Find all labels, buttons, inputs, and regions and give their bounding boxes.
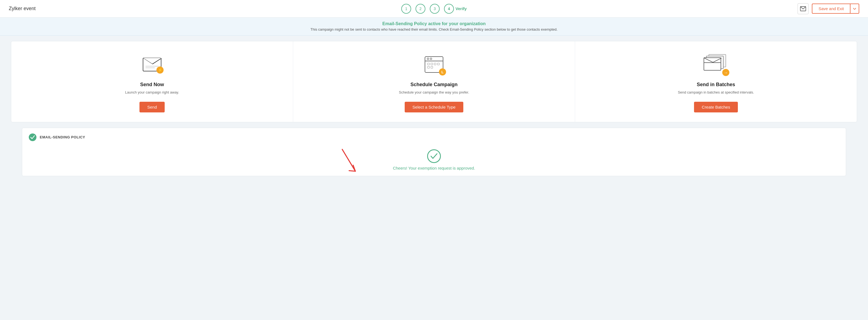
header: Zylker event 1 2 3 4 Verify Save and Exi… [0,0,868,17]
envelope-flap-svg [704,58,722,63]
header-actions: Save and Exit [798,3,859,14]
cards-section: ⚡ Send Now Launch your campaign right aw… [0,36,868,128]
chevron-down-icon [853,8,856,9]
send-now-button[interactable]: Send [140,102,164,112]
policy-section: EMAIL-SENDING POLICY Cheers [22,128,846,176]
batches-title: Send in Batches [697,82,735,87]
arrow-badge-icon: → [722,69,730,76]
save-exit-group: Save and Exit [812,4,859,14]
step-4-verify[interactable]: 4 Verify [444,4,467,14]
create-batches-button[interactable]: Create Batches [694,102,738,112]
schedule-icon-wrap: L [422,52,446,77]
schedule-campaign-card: L Schedule Campaign Schedule your campai… [293,41,575,122]
envelope-flash-icon: ⚡ [143,58,161,71]
approval-check-icon [427,149,441,163]
arrow-container [337,147,362,178]
save-exit-button[interactable]: Save and Exit [812,4,850,14]
policy-content: Cheers! Your exemption request is approv… [29,149,839,170]
step-4-number: 4 [444,4,454,14]
select-schedule-type-button[interactable]: Select a Schedule Type [405,102,463,112]
page-title: Zylker event [9,6,36,11]
envelopes-stack-icon: → [704,54,728,75]
send-batches-card: → Send in Batches Send campaign in batch… [575,41,857,122]
step-2[interactable]: 2 [416,4,426,14]
step-verify-label: Verify [456,6,467,11]
policy-section-header: EMAIL-SENDING POLICY [29,134,839,141]
policy-section-title: EMAIL-SENDING POLICY [40,135,85,139]
save-exit-dropdown-button[interactable] [850,4,859,14]
envelope-preview-icon [800,6,806,11]
approval-text: Cheers! Your exemption request is approv… [393,166,475,170]
calendar-clock-icon: L [425,56,443,73]
policy-section-wrapper: EMAIL-SENDING POLICY Cheers [0,128,868,176]
batches-icon-wrap: → [702,52,730,77]
policy-banner-title: Email-Sending Policy active for your org… [5,21,863,26]
stepper: 1 2 3 4 Verify [401,4,467,14]
step-3[interactable]: 3 [430,4,440,14]
step-1[interactable]: 1 [401,4,411,14]
page-wrapper: Email-Sending Policy active for your org… [0,17,868,320]
approval-checkmark-icon [430,153,438,159]
policy-banner: Email-Sending Policy active for your org… [0,17,868,36]
send-now-card: ⚡ Send Now Launch your campaign right aw… [11,41,293,122]
preview-icon-button[interactable] [798,3,809,14]
policy-check-icon [29,134,36,141]
batches-description: Send campaign in batches at specified in… [678,90,754,95]
policy-banner-text: This campaign might not be sent to conta… [5,27,863,31]
send-now-title: Send Now [140,82,164,87]
schedule-title: Schedule Campaign [410,82,458,87]
svg-line-1 [342,149,355,171]
approval-content: Cheers! Your exemption request is approv… [393,149,475,170]
send-now-icon-wrap: ⚡ [140,52,164,77]
send-now-description: Launch your campaign right away. [125,90,179,95]
schedule-description: Schedule your campaign the way you prefe… [399,90,469,95]
clock-badge-icon: L [439,68,446,75]
flash-badge-icon: ⚡ [156,67,163,74]
red-arrow-icon [337,147,362,177]
checkmark-icon [30,135,35,139]
cards-container: ⚡ Send Now Launch your campaign right aw… [11,41,857,122]
